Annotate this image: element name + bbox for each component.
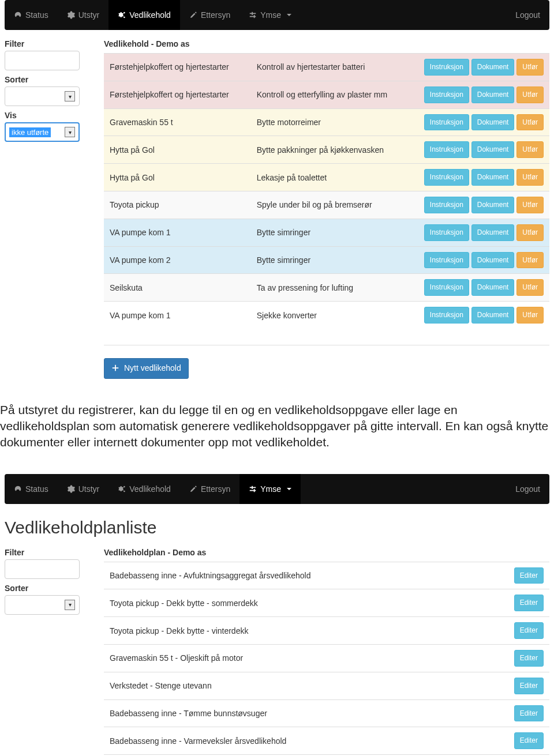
nav-item-ettersyn[interactable]: Ettersyn	[180, 0, 239, 30]
editer-button[interactable]: Editer	[514, 622, 544, 639]
table-row: Gravemaskin 55 t - Oljeskift på motorEdi…	[104, 644, 549, 672]
nav-item-utstyr[interactable]: Utstyr	[58, 0, 109, 30]
actions-cell: Editer	[477, 699, 549, 727]
actions-cell: Editer	[477, 644, 549, 672]
task-cell: Ta av pressening for lufting	[251, 274, 406, 302]
instruksjon-button[interactable]: Instruksjon	[424, 197, 469, 213]
caret-down-icon	[287, 14, 291, 16]
sorter-select-2[interactable]	[5, 595, 80, 615]
equipment-cell: Førstehjelpkoffert og hjertestarter	[104, 81, 251, 108]
instruksjon-button[interactable]: Instruksjon	[424, 86, 469, 103]
editer-button[interactable]: Editer	[514, 650, 544, 667]
table-row: Badebasseng inne - Tømme bunnstøvsugerEd…	[104, 699, 549, 727]
dokument-button[interactable]: Dokument	[471, 141, 515, 158]
dokument-button[interactable]: Dokument	[471, 224, 515, 241]
instruksjon-button[interactable]: Instruksjon	[424, 224, 469, 241]
editer-button[interactable]: Editer	[514, 567, 544, 584]
equipment-cell: Seilskuta	[104, 274, 251, 302]
equipment-cell: Toyota pickup	[104, 191, 251, 219]
navbar-2: StatusUtstyrVedlikeholdEttersynYmseLogou…	[5, 474, 549, 504]
utfor-button[interactable]: Utfør	[516, 141, 544, 158]
utfor-button[interactable]: Utfør	[516, 224, 544, 241]
instruksjon-button[interactable]: Instruksjon	[424, 59, 469, 76]
nav-item-status[interactable]: Status	[5, 0, 58, 30]
nav-item-ymse[interactable]: Ymse	[239, 474, 301, 504]
actions-cell: Editer	[477, 727, 549, 755]
equipment-cell: VA pumpe kom 1	[104, 219, 251, 246]
table-row: Toyota pickupSpyle under bil og på brems…	[104, 191, 549, 219]
table-row: Badebasseng inne - Avfuktningsaggregat å…	[104, 562, 549, 589]
equipment-cell: VA pumpe kom 1	[104, 302, 251, 329]
nav-item-vedlikehold[interactable]: Vedlikehold	[108, 0, 180, 30]
sliders-icon	[249, 11, 257, 19]
utfor-button[interactable]: Utfør	[516, 59, 544, 76]
editer-button[interactable]: Editer	[514, 678, 544, 694]
sliders-icon	[249, 485, 257, 493]
instruksjon-button[interactable]: Instruksjon	[424, 141, 469, 158]
logout-link[interactable]: Logout	[506, 484, 549, 494]
task-cell: Bytte simringer	[251, 246, 406, 274]
caret-down-icon	[287, 488, 291, 490]
equipment-cell: Førstehjelpkoffert og hjertestarter	[104, 54, 251, 81]
utfor-button[interactable]: Utfør	[516, 86, 544, 103]
dokument-button[interactable]: Dokument	[471, 114, 515, 131]
table-row: Gravemaskin 55 tBytte motorreimerInstruk…	[104, 108, 549, 136]
table-row: Toyota pickup - Dekk bytte - sommerdekkE…	[104, 589, 549, 617]
table-row: Hytta på GolBytte pakkninger på kjøkkenv…	[104, 136, 549, 164]
main-2: Vedlikeholdplan - Demo as Badebasseng in…	[104, 548, 549, 756]
filter-input-2[interactable]	[5, 559, 80, 579]
cogs-icon	[118, 485, 126, 493]
instruksjon-button[interactable]: Instruksjon	[424, 279, 469, 296]
actions-cell: Instruksjon Dokument Utfør	[406, 219, 549, 246]
dokument-button[interactable]: Dokument	[471, 279, 515, 296]
utfor-button[interactable]: Utfør	[516, 307, 544, 324]
editer-button[interactable]: Editer	[514, 705, 544, 722]
actions-cell: Instruksjon Dokument Utfør	[406, 136, 549, 164]
nav-item-vedlikehold[interactable]: Vedlikehold	[108, 474, 180, 504]
new-maintenance-button[interactable]: Nytt vedlikehold	[104, 358, 189, 379]
instruksjon-button[interactable]: Instruksjon	[424, 307, 469, 324]
plus-icon	[111, 364, 119, 372]
editer-button[interactable]: Editer	[514, 595, 544, 611]
equipment-cell: VA pumpe kom 2	[104, 246, 251, 274]
utfor-button[interactable]: Utfør	[516, 197, 544, 213]
table-row: VA pumpe kom 1Bytte simringerInstruksjon…	[104, 219, 549, 246]
dokument-button[interactable]: Dokument	[471, 86, 515, 103]
logout-link[interactable]: Logout	[506, 10, 549, 20]
actions-cell: Instruksjon Dokument Utfør	[406, 191, 549, 219]
dokument-button[interactable]: Dokument	[471, 307, 515, 324]
navbar-1: StatusUtstyrVedlikeholdEttersynYmseLogou…	[5, 0, 549, 30]
table-row: VA pumpe kom 2Bytte simringerInstruksjon…	[104, 246, 549, 274]
gear-icon	[67, 485, 75, 493]
utfor-button[interactable]: Utfør	[516, 169, 544, 186]
sorter-select[interactable]	[5, 86, 80, 106]
instruksjon-button[interactable]: Instruksjon	[424, 169, 469, 186]
utfor-button[interactable]: Utfør	[516, 279, 544, 296]
nav-item-utstyr[interactable]: Utstyr	[58, 474, 109, 504]
vis-select[interactable]: ikke utførte	[5, 122, 80, 142]
dokument-button[interactable]: Dokument	[471, 59, 515, 76]
plan-cell: Verkstedet - Stenge utevann	[104, 672, 477, 699]
equipment-cell: Hytta på Gol	[104, 164, 251, 191]
utfor-button[interactable]: Utfør	[516, 114, 544, 131]
nav-item-ettersyn[interactable]: Ettersyn	[180, 474, 239, 504]
actions-cell: Instruksjon Dokument Utfør	[406, 108, 549, 136]
actions-cell: Instruksjon Dokument Utfør	[406, 54, 549, 81]
gear-icon	[67, 11, 75, 19]
table-row: Toyota pickup - Dekk bytte - vinterdekkE…	[104, 617, 549, 645]
plan-cell: Toyota pickup - Dekk bytte - vinterdekk	[104, 617, 477, 645]
instruksjon-button[interactable]: Instruksjon	[424, 252, 469, 269]
dokument-button[interactable]: Dokument	[471, 169, 515, 186]
vis-label: Vis	[5, 111, 97, 120]
actions-cell: Editer	[477, 672, 549, 699]
dokument-button[interactable]: Dokument	[471, 252, 515, 269]
nav-item-status[interactable]: Status	[5, 474, 58, 504]
filter-input[interactable]	[5, 51, 80, 70]
sorter-label: Sorter	[5, 75, 97, 84]
instruksjon-button[interactable]: Instruksjon	[424, 114, 469, 131]
nav-item-ymse[interactable]: Ymse	[239, 0, 301, 30]
filter-label-2: Filter	[5, 548, 97, 557]
editer-button[interactable]: Editer	[514, 732, 544, 749]
dokument-button[interactable]: Dokument	[471, 197, 515, 213]
utfor-button[interactable]: Utfør	[516, 252, 544, 269]
